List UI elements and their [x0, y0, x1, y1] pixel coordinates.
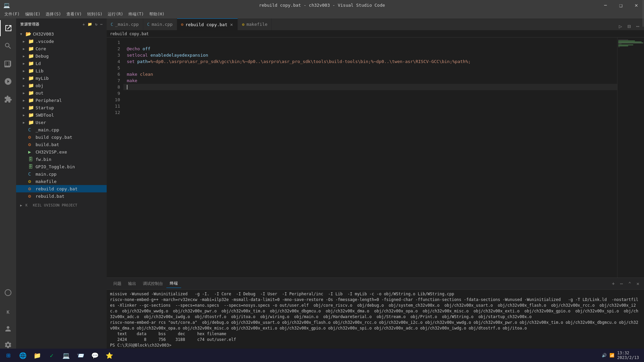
run-activity-icon[interactable]: [0, 73, 16, 89]
tab-makefile-icon: ⚙: [242, 22, 244, 27]
search-activity-icon[interactable]: [0, 38, 16, 54]
tree-item-build-copy-bat[interactable]: ⚙ build copy.bat: [16, 133, 107, 141]
terminal-tab-debug-console[interactable]: 调试控制台: [140, 280, 166, 288]
taskbar-star[interactable]: ⭐: [103, 349, 116, 361]
taskbar-explorer[interactable]: 📁: [31, 349, 44, 361]
tab-main-cpp-underscore[interactable]: C _main.cpp: [107, 18, 143, 30]
obj-arrow: ▶: [23, 84, 28, 87]
debug-folder-icon: 📁: [28, 53, 34, 59]
collapse-icon[interactable]: ⋯: [100, 22, 103, 26]
swdtool-folder-icon: 📁: [28, 112, 34, 118]
terminal-maximize-icon[interactable]: ⌃: [627, 280, 632, 287]
tree-item-rebuild-copy-bat[interactable]: ⚙ rebuild copy.bat: [16, 185, 107, 192]
vscode-arrow: ▶: [23, 40, 28, 43]
tree-item-core[interactable]: ▶ 📁 Core: [16, 45, 107, 52]
rebuild-bat-file-label: rebuild.bat: [36, 194, 64, 199]
terminal-content[interactable]: missive -Wunused -Wuninitialized -g -I. …: [107, 290, 644, 355]
tray-volume: 📶: [609, 353, 614, 358]
taskbar-mail[interactable]: 📨: [74, 349, 87, 361]
tree-item-makefile[interactable]: ⚙ makefile: [16, 178, 107, 185]
tree-item-startup[interactable]: ▶ 📁 Startup: [16, 104, 107, 111]
tree-item-ld[interactable]: ▶ 📁 Ld: [16, 60, 107, 67]
start-button[interactable]: ⊞: [2, 349, 15, 361]
taskbar-check[interactable]: ✓: [45, 349, 58, 361]
terminal-tab-problems[interactable]: 问题: [110, 280, 125, 288]
code-line-6: make clean: [123, 71, 617, 77]
tree-item-keil[interactable]: ▶ K KEIL UVISION PROJECT: [16, 201, 107, 209]
close-terminal-icon[interactable]: ✕: [635, 280, 641, 287]
minimize-button[interactable]: −: [598, 0, 613, 10]
code-area[interactable]: @echo off setlocal enabledelayedexpansio…: [123, 38, 617, 278]
tree-item-lib[interactable]: ▶ 📁 Lib: [16, 67, 107, 74]
terminal-area: 问题 输出 调试控制台 终端 + ⋯ ⌃ ✕ missive -Wunused …: [107, 278, 644, 355]
fw-bin-file-label: fw.bin: [36, 157, 51, 162]
taskbar-browser[interactable]: 🌐: [16, 349, 30, 361]
menu-terminal[interactable]: 终端(T): [126, 11, 147, 18]
tree-item-mylib[interactable]: ▶ 📁 myLib: [16, 74, 107, 82]
fw-bin-arrow: [23, 158, 28, 161]
restore-button[interactable]: ❑: [613, 0, 629, 10]
terminal-tab-terminal[interactable]: 终端: [166, 279, 181, 288]
tree-item-debug[interactable]: ▶ 📁 Debug: [16, 52, 107, 60]
keil-activity-icon[interactable]: K: [0, 304, 16, 320]
editor-content[interactable]: 1 2 3 4 5 6 7 8 9 10 11 12 @echo off set: [107, 38, 617, 278]
menu-bar: 文件(F) 编辑(E) 选择(S) 查看(V) 转到(G) 运行(R) 终端(T…: [0, 10, 644, 18]
tab-rebuild-copy-bat[interactable]: ⚙ rebuild copy.bat ✕: [177, 18, 238, 30]
run-icon[interactable]: ▷: [618, 22, 624, 30]
terminal-more-icon[interactable]: ⋯: [619, 280, 624, 287]
tab-main-cpp[interactable]: C main.cpp: [143, 18, 177, 30]
tree-item-ch32visp[interactable]: ▶ CH32VISP.exe: [16, 148, 107, 156]
menu-goto[interactable]: 转到(G): [85, 11, 105, 18]
tree-item-main-cpp-underscore[interactable]: C _main.cpp: [16, 126, 107, 133]
more-actions-icon[interactable]: ⋯: [635, 22, 641, 30]
tree-item-fw-bin[interactable]: 🗄 fw.bin: [16, 156, 107, 163]
build-copy-bat-file-icon: ⚙: [28, 134, 34, 140]
tabs-bar: C _main.cpp C main.cpp ⚙ rebuild copy.ba…: [107, 18, 644, 30]
taskbar-vscode[interactable]: 💻: [59, 349, 73, 361]
tree-item-vscode[interactable]: ▶ 📁 .vscode: [16, 38, 107, 45]
tab-makefile[interactable]: ⚙ makefile: [238, 18, 272, 30]
new-folder-icon[interactable]: 📁: [88, 22, 93, 26]
tree-item-swdtool[interactable]: ▶ 📁 SWDTool: [16, 111, 107, 119]
startup-arrow: ▶: [23, 106, 28, 110]
remote-activity-icon[interactable]: [0, 285, 16, 301]
terminal-tab-output[interactable]: 输出: [125, 280, 140, 288]
tree-item-rebuild-bat[interactable]: ⚙ rebuild.bat: [16, 192, 107, 200]
taskbar-wechat[interactable]: 💬: [88, 349, 102, 361]
new-file-icon[interactable]: +: [83, 22, 85, 26]
add-terminal-icon[interactable]: +: [610, 280, 616, 287]
tree-item-obj[interactable]: ▶ 📁 obj: [16, 82, 107, 89]
tree-item-build-bat[interactable]: ⚙ build.bat: [16, 141, 107, 148]
split-editor-icon[interactable]: ⊟: [626, 22, 632, 30]
tab-close-icon[interactable]: ✕: [229, 22, 233, 27]
menu-help[interactable]: 帮助(H): [147, 11, 167, 18]
tab-rebuild-copy-bat-label: rebuild copy.bat: [185, 22, 227, 27]
debug-label: Debug: [36, 54, 49, 59]
explorer-activity-icon[interactable]: [0, 20, 16, 36]
menu-edit[interactable]: 编辑(E): [22, 11, 43, 18]
keil-folder-icon: K: [25, 203, 32, 207]
extensions-activity-icon[interactable]: [0, 91, 16, 107]
tree-item-user[interactable]: ▶ 📁 User: [16, 119, 107, 126]
tree-item-out[interactable]: ▶ 📁 out: [16, 89, 107, 97]
tree-item-gpio-toggle[interactable]: 🗄 GPIO_Toggle.bin: [16, 163, 107, 170]
menu-run[interactable]: 运行(R): [105, 11, 126, 18]
menu-file[interactable]: 文件(F): [2, 11, 22, 18]
taskbar-system-tray: 🔊 📶 13:322023/2/13: [602, 351, 642, 360]
refresh-icon[interactable]: ↻: [95, 22, 98, 26]
rebuild-copy-bat-arrow: [23, 187, 28, 191]
tab-main-cpp-underscore-icon: C: [111, 22, 113, 27]
tree-item-main-cpp[interactable]: C main.cpp: [16, 170, 107, 178]
menu-select[interactable]: 选择(S): [43, 11, 64, 18]
menu-view[interactable]: 查看(V): [64, 11, 85, 18]
account-activity-icon[interactable]: [0, 321, 16, 337]
code-line-10: [123, 97, 617, 103]
startup-label: Startup: [36, 105, 54, 110]
tray-time: 13:322023/2/13: [617, 351, 639, 360]
close-button[interactable]: ✕: [629, 0, 644, 10]
tree-item-peripheral[interactable]: ▶ 📁 Peripheral: [16, 97, 107, 104]
source-control-activity-icon[interactable]: [0, 56, 16, 72]
gpio-toggle-arrow: [23, 165, 28, 169]
tree-root-ch32v003[interactable]: ▼ 📂 CH32V003: [16, 30, 107, 38]
code-line-9: [123, 90, 617, 97]
